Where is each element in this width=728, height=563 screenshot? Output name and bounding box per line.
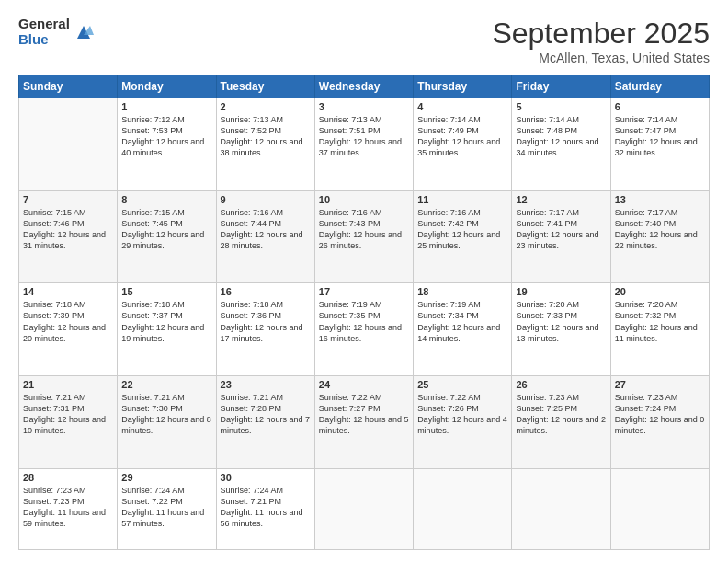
cell-sun-info: Sunrise: 7:21 AMSunset: 7:28 PMDaylight:…	[221, 392, 311, 437]
cell-day-number: 26	[516, 379, 606, 390]
calendar-cell	[610, 468, 709, 549]
cell-sun-info: Sunrise: 7:23 AMSunset: 7:23 PMDaylight:…	[23, 485, 113, 530]
calendar-cell: 6Sunrise: 7:14 AMSunset: 7:47 PMDaylight…	[610, 98, 709, 191]
weekday-header: Saturday	[610, 75, 709, 98]
calendar-cell: 25Sunrise: 7:22 AMSunset: 7:26 PMDayligh…	[414, 375, 512, 468]
cell-day-number: 30	[221, 472, 311, 483]
calendar-cell	[512, 468, 610, 549]
cell-sun-info: Sunrise: 7:20 AMSunset: 7:33 PMDaylight:…	[516, 299, 606, 344]
calendar-cell: 23Sunrise: 7:21 AMSunset: 7:28 PMDayligh…	[216, 375, 314, 468]
calendar-cell: 5Sunrise: 7:14 AMSunset: 7:48 PMDaylight…	[512, 98, 610, 191]
calendar-cell: 8Sunrise: 7:15 AMSunset: 7:45 PMDaylight…	[118, 190, 216, 283]
calendar-cell: 17Sunrise: 7:19 AMSunset: 7:35 PMDayligh…	[314, 283, 413, 376]
cell-sun-info: Sunrise: 7:17 AMSunset: 7:40 PMDaylight:…	[615, 207, 705, 252]
cell-sun-info: Sunrise: 7:16 AMSunset: 7:43 PMDaylight:…	[319, 207, 409, 252]
location: McAllen, Texas, United States	[492, 51, 710, 65]
cell-day-number: 13	[615, 194, 705, 205]
cell-day-number: 15	[121, 286, 211, 297]
logo-blue: Blue	[18, 32, 70, 48]
calendar-cell: 28Sunrise: 7:23 AMSunset: 7:23 PMDayligh…	[19, 468, 118, 549]
calendar-cell	[19, 98, 118, 191]
calendar-cell: 24Sunrise: 7:22 AMSunset: 7:27 PMDayligh…	[314, 375, 413, 468]
cell-sun-info: Sunrise: 7:21 AMSunset: 7:30 PMDaylight:…	[121, 392, 211, 437]
cell-day-number: 14	[23, 286, 113, 297]
cell-day-number: 18	[417, 286, 507, 297]
calendar-cell: 11Sunrise: 7:16 AMSunset: 7:42 PMDayligh…	[414, 190, 512, 283]
calendar-cell: 14Sunrise: 7:18 AMSunset: 7:39 PMDayligh…	[19, 283, 118, 376]
calendar-week-row: 28Sunrise: 7:23 AMSunset: 7:23 PMDayligh…	[19, 468, 710, 549]
cell-sun-info: Sunrise: 7:15 AMSunset: 7:46 PMDaylight:…	[23, 207, 113, 252]
calendar-cell: 22Sunrise: 7:21 AMSunset: 7:30 PMDayligh…	[118, 375, 216, 468]
cell-day-number: 12	[516, 194, 606, 205]
cell-sun-info: Sunrise: 7:15 AMSunset: 7:45 PMDaylight:…	[121, 207, 211, 252]
cell-day-number: 24	[319, 379, 409, 390]
cell-day-number: 23	[221, 379, 311, 390]
cell-sun-info: Sunrise: 7:24 AMSunset: 7:21 PMDaylight:…	[221, 485, 311, 530]
cell-day-number: 21	[23, 379, 113, 390]
weekday-header: Tuesday	[216, 75, 314, 98]
cell-day-number: 7	[23, 194, 113, 205]
calendar-cell: 30Sunrise: 7:24 AMSunset: 7:21 PMDayligh…	[216, 468, 314, 549]
cell-sun-info: Sunrise: 7:12 AMSunset: 7:53 PMDaylight:…	[121, 114, 211, 159]
calendar-cell: 13Sunrise: 7:17 AMSunset: 7:40 PMDayligh…	[610, 190, 709, 283]
calendar-cell: 10Sunrise: 7:16 AMSunset: 7:43 PMDayligh…	[314, 190, 413, 283]
calendar: SundayMondayTuesdayWednesdayThursdayFrid…	[18, 75, 710, 550]
page: General Blue September 2025 McAllen, Tex…	[0, 0, 728, 563]
cell-day-number: 2	[221, 101, 311, 112]
cell-day-number: 16	[221, 286, 311, 297]
cell-sun-info: Sunrise: 7:17 AMSunset: 7:41 PMDaylight:…	[516, 207, 606, 252]
cell-day-number: 3	[319, 101, 409, 112]
calendar-cell: 16Sunrise: 7:18 AMSunset: 7:36 PMDayligh…	[216, 283, 314, 376]
cell-day-number: 9	[221, 194, 311, 205]
calendar-cell: 19Sunrise: 7:20 AMSunset: 7:33 PMDayligh…	[512, 283, 610, 376]
calendar-cell: 9Sunrise: 7:16 AMSunset: 7:44 PMDaylight…	[216, 190, 314, 283]
cell-sun-info: Sunrise: 7:22 AMSunset: 7:27 PMDaylight:…	[319, 392, 409, 437]
weekday-header: Sunday	[19, 75, 118, 98]
calendar-cell: 1Sunrise: 7:12 AMSunset: 7:53 PMDaylight…	[118, 98, 216, 191]
calendar-cell: 12Sunrise: 7:17 AMSunset: 7:41 PMDayligh…	[512, 190, 610, 283]
calendar-week-row: 14Sunrise: 7:18 AMSunset: 7:39 PMDayligh…	[19, 283, 710, 376]
weekday-header: Thursday	[414, 75, 512, 98]
cell-sun-info: Sunrise: 7:14 AMSunset: 7:48 PMDaylight:…	[516, 114, 606, 159]
weekday-header-row: SundayMondayTuesdayWednesdayThursdayFrid…	[19, 75, 710, 98]
cell-sun-info: Sunrise: 7:19 AMSunset: 7:35 PMDaylight:…	[319, 299, 409, 344]
calendar-cell	[414, 468, 512, 549]
cell-day-number: 17	[319, 286, 409, 297]
calendar-week-row: 21Sunrise: 7:21 AMSunset: 7:31 PMDayligh…	[19, 375, 710, 468]
cell-sun-info: Sunrise: 7:13 AMSunset: 7:52 PMDaylight:…	[221, 114, 311, 159]
calendar-cell: 29Sunrise: 7:24 AMSunset: 7:22 PMDayligh…	[118, 468, 216, 549]
cell-day-number: 28	[23, 472, 113, 483]
cell-day-number: 11	[417, 194, 507, 205]
calendar-cell: 20Sunrise: 7:20 AMSunset: 7:32 PMDayligh…	[610, 283, 709, 376]
weekday-header: Friday	[512, 75, 610, 98]
month-title: September 2025	[492, 17, 710, 51]
calendar-cell: 7Sunrise: 7:15 AMSunset: 7:46 PMDaylight…	[19, 190, 118, 283]
calendar-cell: 18Sunrise: 7:19 AMSunset: 7:34 PMDayligh…	[414, 283, 512, 376]
cell-sun-info: Sunrise: 7:21 AMSunset: 7:31 PMDaylight:…	[23, 392, 113, 437]
cell-sun-info: Sunrise: 7:23 AMSunset: 7:24 PMDaylight:…	[615, 392, 705, 437]
cell-day-number: 29	[121, 472, 211, 483]
cell-day-number: 10	[319, 194, 409, 205]
cell-sun-info: Sunrise: 7:19 AMSunset: 7:34 PMDaylight:…	[417, 299, 507, 344]
calendar-cell: 4Sunrise: 7:14 AMSunset: 7:49 PMDaylight…	[414, 98, 512, 191]
calendar-cell: 2Sunrise: 7:13 AMSunset: 7:52 PMDaylight…	[216, 98, 314, 191]
cell-sun-info: Sunrise: 7:14 AMSunset: 7:49 PMDaylight:…	[417, 114, 507, 159]
calendar-cell: 27Sunrise: 7:23 AMSunset: 7:24 PMDayligh…	[610, 375, 709, 468]
calendar-cell	[314, 468, 413, 549]
cell-sun-info: Sunrise: 7:22 AMSunset: 7:26 PMDaylight:…	[417, 392, 507, 437]
cell-sun-info: Sunrise: 7:14 AMSunset: 7:47 PMDaylight:…	[615, 114, 705, 159]
cell-sun-info: Sunrise: 7:16 AMSunset: 7:44 PMDaylight:…	[221, 207, 311, 252]
cell-day-number: 27	[615, 379, 705, 390]
calendar-week-row: 1Sunrise: 7:12 AMSunset: 7:53 PMDaylight…	[19, 98, 710, 191]
cell-sun-info: Sunrise: 7:16 AMSunset: 7:42 PMDaylight:…	[417, 207, 507, 252]
calendar-cell: 26Sunrise: 7:23 AMSunset: 7:25 PMDayligh…	[512, 375, 610, 468]
cell-day-number: 5	[516, 101, 606, 112]
weekday-header: Wednesday	[314, 75, 413, 98]
calendar-cell: 21Sunrise: 7:21 AMSunset: 7:31 PMDayligh…	[19, 375, 118, 468]
calendar-cell: 15Sunrise: 7:18 AMSunset: 7:37 PMDayligh…	[118, 283, 216, 376]
cell-sun-info: Sunrise: 7:13 AMSunset: 7:51 PMDaylight:…	[319, 114, 409, 159]
cell-day-number: 6	[615, 101, 705, 112]
calendar-cell: 3Sunrise: 7:13 AMSunset: 7:51 PMDaylight…	[314, 98, 413, 191]
cell-sun-info: Sunrise: 7:18 AMSunset: 7:39 PMDaylight:…	[23, 299, 113, 344]
cell-day-number: 20	[615, 286, 705, 297]
